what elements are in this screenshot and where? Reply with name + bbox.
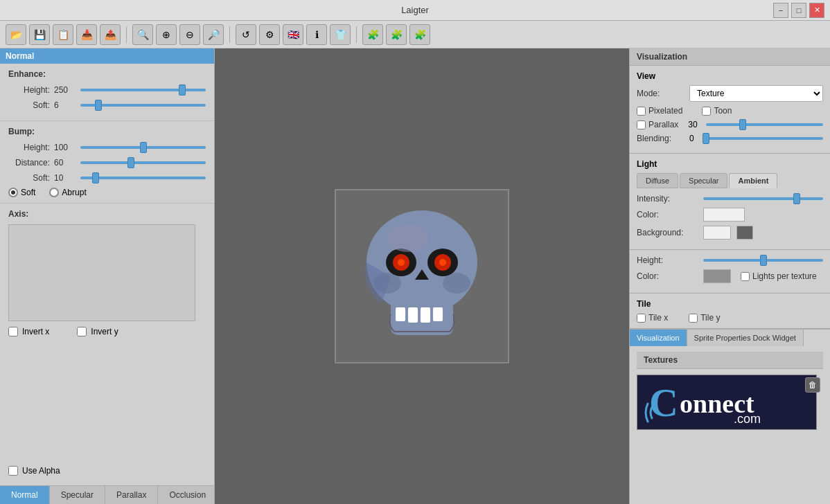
texture-preview: C onnect .com <box>637 375 817 430</box>
abrupt-radio-circle <box>49 188 59 197</box>
background-swatch-1[interactable] <box>703 226 731 240</box>
intensity-slider-container <box>703 197 823 200</box>
color-swatch[interactable] <box>703 208 745 222</box>
texture-button[interactable]: 👕 <box>330 24 351 45</box>
tile-y-label[interactable]: Tile y <box>689 313 720 323</box>
invert-x-checkbox[interactable] <box>8 327 18 336</box>
bump-title: Bump: <box>8 127 206 136</box>
axis-section: Axis: Invert x Invert y <box>0 204 214 460</box>
visualization-header: Visualization <box>630 48 830 66</box>
light-tabs: Diffuse Specular Ambient <box>637 173 823 188</box>
enhance-title: Enhance: <box>8 69 206 79</box>
lights-per-texture-label[interactable]: Lights per texture <box>741 271 817 281</box>
parallax-checkbox[interactable] <box>637 120 646 129</box>
tile-x-label[interactable]: Tile x <box>637 313 668 323</box>
specular-tab[interactable]: Specular <box>680 173 727 188</box>
toon-text: Toon <box>714 106 732 116</box>
save-button[interactable]: 📋 <box>53 24 73 45</box>
background-row: Background: <box>637 226 823 240</box>
bump-height-slider[interactable] <box>80 146 206 149</box>
ambient-height-slider[interactable] <box>703 259 823 262</box>
import-button[interactable]: 📥 <box>76 24 97 45</box>
plugin2-button[interactable]: 🧩 <box>386 24 407 45</box>
diffuse-tab[interactable]: Diffuse <box>637 173 678 188</box>
texture-delete-button[interactable]: 🗑 <box>805 377 820 393</box>
height-slider-container <box>80 84 206 96</box>
parallax-value: 30 <box>688 120 697 129</box>
abrupt-radio-option[interactable]: Abrupt <box>49 188 86 197</box>
tile-section: Tile Tile x Tile y <box>630 294 830 329</box>
visualization-tab[interactable]: Visualization <box>630 330 687 346</box>
zoom-normal-button[interactable]: ⊖ <box>179 24 200 45</box>
toon-label[interactable]: Toon <box>702 106 732 116</box>
minimize-button[interactable]: − <box>773 3 788 18</box>
tab-specular[interactable]: Specular <box>50 486 105 504</box>
skull-image <box>346 200 498 352</box>
height-slider[interactable] <box>80 89 206 91</box>
lights-per-texture-checkbox[interactable] <box>741 272 750 281</box>
soft-slider[interactable] <box>80 104 206 107</box>
use-alpha-checkbox[interactable] <box>8 466 18 476</box>
svg-text:.com: .com <box>734 412 761 426</box>
ambient-tab[interactable]: Ambient <box>729 173 777 188</box>
svg-point-8 <box>398 259 405 266</box>
bump-distance-label: Distance: <box>8 158 50 168</box>
zoom-out-button[interactable]: 🔎 <box>203 24 224 45</box>
bump-distance-slider[interactable] <box>80 161 206 164</box>
pixelated-label[interactable]: Pixelated <box>637 106 682 116</box>
mode-select[interactable]: Texture Normal Specular Parallax Occlusi… <box>689 85 823 102</box>
bump-distance-value: 60 <box>54 158 76 168</box>
bump-soft-row: Soft: 10 <box>8 172 206 183</box>
plugin1-button[interactable]: 🧩 <box>362 24 383 45</box>
parallax-slider[interactable] <box>706 123 823 126</box>
height-value: 250 <box>54 85 76 95</box>
zoom-in-button[interactable]: 🔍 <box>132 24 153 45</box>
parallax-checkbox-label[interactable]: Parallax <box>637 120 678 129</box>
info-button[interactable]: ℹ <box>306 24 327 45</box>
tile-y-checkbox[interactable] <box>689 314 698 323</box>
sprite-properties-tab[interactable]: Sprite Properties Dock Widget <box>687 330 804 346</box>
plugin3-button[interactable]: 🧩 <box>409 24 430 45</box>
invert-x-label[interactable]: Invert x <box>8 327 49 336</box>
invert-y-label[interactable]: Invert y <box>77 327 118 336</box>
tile-x-checkbox[interactable] <box>637 314 646 323</box>
use-alpha-row: Use Alpha <box>0 460 214 485</box>
maximize-button[interactable]: □ <box>791 3 806 18</box>
svg-point-0 <box>367 210 477 314</box>
close-button[interactable]: ✕ <box>809 3 824 18</box>
soft-slider-container <box>80 100 206 111</box>
blending-slider[interactable] <box>703 137 823 140</box>
invert-y-checkbox[interactable] <box>77 327 87 336</box>
pixelated-toon-row: Pixelated Toon <box>637 106 823 116</box>
open-button[interactable]: 📂 <box>6 24 26 45</box>
undo-button[interactable]: ↺ <box>236 24 256 45</box>
zoom-fit-button[interactable]: ⊕ <box>156 24 177 45</box>
ambient-color-swatch[interactable] <box>703 269 731 283</box>
mode-label: Mode: <box>637 89 685 98</box>
blending-slider-container <box>703 137 823 140</box>
save-small-button[interactable]: 💾 <box>29 24 50 45</box>
intensity-row: Intensity: <box>637 194 823 204</box>
tab-normal[interactable]: Normal <box>0 486 50 504</box>
background-swatch-2[interactable] <box>736 226 753 240</box>
ambient-height-label: Height: <box>637 255 699 265</box>
invert-x-text: Invert x <box>22 327 49 336</box>
canvas-area <box>215 48 629 504</box>
settings-button[interactable]: ⚙ <box>259 24 280 45</box>
export-button[interactable]: 📤 <box>100 24 121 45</box>
soft-radio-option[interactable]: Soft <box>8 188 35 197</box>
right-panel: Visualization View Mode: Texture Normal … <box>629 48 830 504</box>
intensity-slider[interactable] <box>703 197 823 200</box>
svg-point-9 <box>439 259 446 266</box>
toon-checkbox[interactable] <box>702 107 711 116</box>
blending-value: 0 <box>689 134 694 143</box>
tab-occlusion[interactable]: Occlusion <box>158 486 215 504</box>
bump-soft-slider[interactable] <box>80 177 206 179</box>
blending-label: Blending: <box>637 134 685 143</box>
tab-parallax[interactable]: Parallax <box>105 486 158 504</box>
pixelated-checkbox[interactable] <box>637 107 646 116</box>
language-button[interactable]: 🇬🇧 <box>283 24 303 45</box>
invert-y-text: Invert y <box>91 327 118 336</box>
use-alpha-label[interactable]: Use Alpha <box>8 466 60 476</box>
bump-distance-row: Distance: 60 <box>8 157 206 168</box>
